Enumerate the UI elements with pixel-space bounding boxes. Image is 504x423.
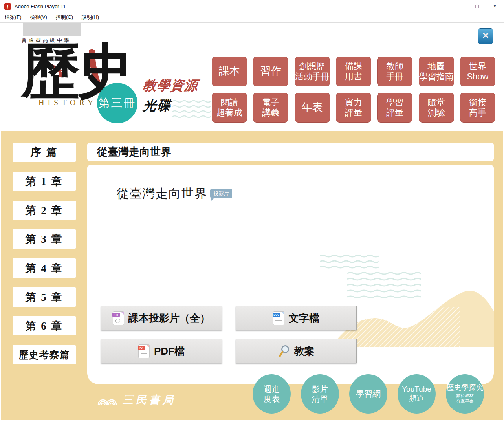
menu-control[interactable]: 控制(C) — [51, 14, 77, 21]
volume-badge: 第三冊 — [97, 83, 137, 123]
circle-history-inquiry[interactable]: 歷史學探究 數位教材 分享平臺 — [446, 374, 484, 414]
tagline-resources: 教學資源 — [142, 77, 198, 95]
flash-stage: 普通型高級中學 ✕ 歷史 HISTORY 第三冊 教學資源 光碟 課本 — [1, 23, 503, 420]
resource-button-timeline[interactable]: 年表 — [295, 93, 330, 123]
file-button-label: 文字檔 — [289, 311, 319, 325]
content-panel: 從臺灣走向世界 投影片 — [87, 165, 494, 384]
resource-button-learning-test[interactable]: 學習評量 — [377, 93, 412, 123]
circle-weekly-schedule[interactable]: 週進 度表 — [253, 374, 291, 414]
sidebar-item-field-study[interactable]: 歷史考察篇 — [13, 345, 76, 364]
pdf-file-button[interactable]: PDF PDF檔 — [101, 339, 222, 363]
app-close-button[interactable]: ✕ — [478, 28, 493, 44]
resource-label: 實力 — [345, 97, 362, 108]
menu-view[interactable]: 檢視(V) — [26, 14, 51, 21]
resource-button-world-show[interactable]: 世界Show — [460, 57, 495, 86]
lesson-plan-button[interactable]: 教案 — [236, 339, 357, 363]
file-button-label: PDF檔 — [154, 344, 185, 358]
resource-button-textbook[interactable]: 課本 — [212, 57, 247, 86]
sidebar-item-chapter6[interactable]: 第 6 章 — [13, 316, 76, 335]
doc-file-icon: DOC — [273, 311, 284, 325]
circle-sublabel: 數位教材 — [456, 393, 474, 399]
window-title: Adobe Flash Player 11 — [15, 4, 66, 9]
wave-decoration-panel-1 — [320, 255, 379, 271]
circle-label: 清單 — [312, 394, 328, 404]
resource-label: 世界 — [469, 61, 486, 71]
menu-file[interactable]: 檔案(F) — [0, 14, 26, 21]
slides-badge: 投影片 — [210, 189, 232, 198]
publisher-name: 三民書局 — [123, 393, 176, 407]
resource-label: 高手 — [469, 108, 486, 118]
resource-label: 地圖 — [428, 61, 445, 71]
close-button[interactable]: × — [486, 0, 504, 12]
resource-button-e-lecture[interactable]: 電子講義 — [253, 93, 288, 123]
resource-button-lesson-prep[interactable]: 備課用書 — [336, 57, 371, 86]
tagline-disc: 光碟 — [142, 97, 172, 115]
menu-bar: 檔案(F) 檢視(V) 控制(C) 說明(H) — [0, 12, 504, 23]
resource-button-activity-manual[interactable]: 創想歷活動手冊 — [295, 57, 330, 86]
resource-label: 講義 — [262, 108, 279, 118]
resource-label: 習作 — [260, 65, 281, 78]
text-file-button[interactable]: DOC 文字檔 — [236, 306, 357, 330]
resource-grid-row2: 閱讀超養成 電子講義 年表 實力評量 學習評量 隨堂測驗 銜接高手 — [212, 93, 495, 123]
resource-label: 閱讀 — [221, 97, 238, 108]
resource-label: 用書 — [345, 71, 362, 82]
circle-label: 學習網 — [356, 389, 381, 399]
resource-label: 超養成 — [216, 108, 242, 118]
resource-label: 測驗 — [428, 108, 445, 118]
circle-learning-site[interactable]: 學習網 — [349, 374, 387, 414]
resource-label: 評量 — [345, 108, 362, 118]
resource-button-map-guide[interactable]: 地圖學習指南 — [419, 57, 454, 86]
resource-label: 活動手冊 — [295, 71, 330, 82]
sidebar-item-preface[interactable]: 序 篇 — [13, 143, 76, 162]
school-logo-placeholder — [23, 23, 81, 36]
resource-label: 課本 — [219, 65, 240, 78]
resource-label: 隨堂 — [428, 97, 445, 108]
content-header-title: 從臺灣走向世界 — [87, 143, 494, 161]
doc-icon-label: DOC — [273, 313, 280, 317]
ppt-file-icon: PTT — [113, 311, 124, 325]
maximize-button[interactable]: □ — [468, 0, 486, 12]
resource-label: 教師 — [386, 61, 403, 71]
section-title: 從臺灣走向世界 — [117, 185, 207, 202]
sidebar-item-chapter1[interactable]: 第 1 章 — [13, 172, 76, 191]
slides-all-button[interactable]: PTT 課本投影片（全） — [101, 306, 222, 330]
resource-label: 電子 — [262, 97, 279, 108]
file-button-label: 課本投影片（全） — [128, 311, 210, 325]
resource-label: 創想歷 — [299, 61, 325, 71]
sidebar-item-chapter4[interactable]: 第 4 章 — [13, 258, 76, 278]
resource-button-teacher-manual[interactable]: 教師手冊 — [377, 57, 412, 86]
circle-video-list[interactable]: 影片 清單 — [301, 374, 339, 414]
flash-player-window: f Adobe Flash Player 11 – □ × 檔案(F) 檢視(V… — [0, 0, 504, 423]
magnifier-icon — [278, 345, 290, 358]
resource-label: 學習 — [386, 97, 403, 108]
resource-button-workbook[interactable]: 習作 — [253, 57, 288, 86]
resource-button-quiz[interactable]: 隨堂測驗 — [419, 93, 454, 123]
ppt-icon-label: PTT — [112, 313, 120, 317]
resource-button-ability-test[interactable]: 實力評量 — [336, 93, 371, 123]
resource-label: 銜接 — [469, 97, 486, 108]
publisher-logo: 三民書局 — [97, 393, 176, 407]
resource-label: 年表 — [302, 101, 323, 114]
page-title-subject-en: HISTORY — [38, 98, 97, 107]
resource-grid-row1: 課本 習作 創想歷活動手冊 備課用書 教師手冊 地圖學習指南 世界Show — [212, 57, 495, 86]
menu-help[interactable]: 說明(H) — [77, 14, 103, 21]
sidebar-item-chapter5[interactable]: 第 5 章 — [13, 287, 76, 307]
pdf-file-icon: PDF — [138, 344, 150, 358]
wave-decoration-header — [172, 100, 211, 119]
circle-youtube-channel[interactable]: YouTube 頻道 — [398, 374, 436, 414]
minimize-button[interactable]: – — [451, 0, 468, 12]
circle-label: 影片 — [312, 384, 328, 394]
circle-label: 度表 — [264, 394, 280, 404]
sidebar-item-chapter2[interactable]: 第 2 章 — [13, 201, 76, 220]
circle-label: 週進 — [264, 384, 280, 394]
resource-button-reading[interactable]: 閱讀超養成 — [212, 93, 247, 123]
resource-label: 備課 — [345, 61, 362, 71]
circle-label: 頻道 — [409, 394, 424, 403]
sidebar-item-chapter3[interactable]: 第 3 章 — [13, 229, 76, 249]
pdf-icon-label: PDF — [138, 346, 145, 350]
resource-label: 學習指南 — [419, 71, 454, 82]
circle-sublabel: 分享平臺 — [456, 399, 474, 405]
resource-button-bridging[interactable]: 銜接高手 — [460, 93, 495, 123]
title-bar: f Adobe Flash Player 11 – □ × — [0, 0, 504, 12]
publisher-arches-icon — [97, 395, 119, 405]
